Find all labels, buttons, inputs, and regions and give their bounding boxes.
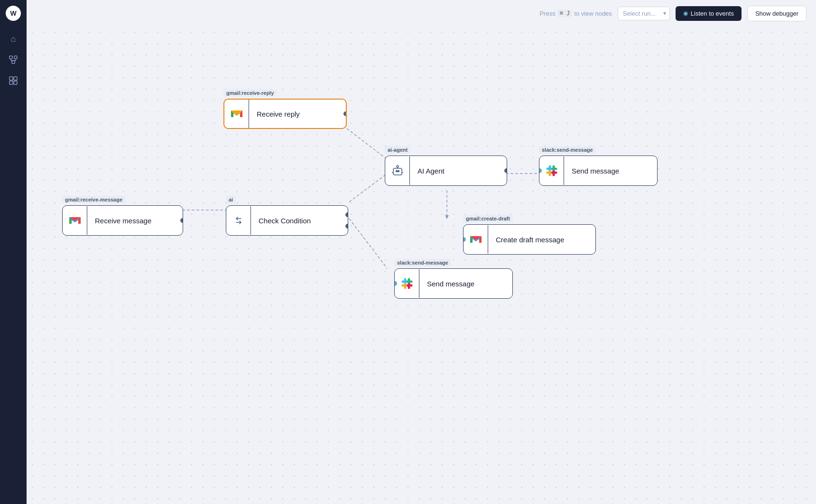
send-message-bottom-group: slack:send-message — [394, 258, 513, 299]
hint-prefix: Press — [539, 10, 555, 17]
create-draft-icon-area — [464, 225, 488, 254]
receive-message-right-connector — [180, 218, 183, 223]
condition-icon — [233, 215, 244, 226]
create-draft-card[interactable]: Create draft message — [463, 224, 596, 255]
check-condition-label: ai — [226, 196, 236, 203]
ai-agent-icon — [391, 165, 404, 177]
svg-rect-6 — [9, 77, 13, 80]
receive-message-card[interactable]: Receive message — [62, 205, 183, 236]
sidebar-item-home[interactable]: ⌂ — [5, 30, 22, 47]
create-draft-group: gmail:create-draft Create draft message — [463, 214, 596, 255]
svg-rect-35 — [551, 168, 556, 170]
fail-connector — [345, 224, 348, 229]
topbar: Press ⌘ J to view nodes Select run... Li… — [27, 0, 816, 27]
gmail-icon-2 — [68, 215, 82, 226]
svg-rect-52 — [407, 281, 411, 283]
check-condition-text: Check Condition — [251, 217, 348, 225]
svg-rect-0 — [9, 56, 12, 59]
send-message-top-label: slack:send-message — [539, 146, 596, 154]
ai-agent-label: ai-agent — [385, 146, 410, 154]
svg-rect-9 — [14, 81, 17, 84]
send-message-bottom-label: slack:send-message — [394, 259, 451, 266]
slack-icon — [546, 165, 558, 177]
send-message-bottom-text: Send message — [419, 280, 512, 288]
svg-line-14 — [347, 128, 387, 159]
svg-line-13 — [349, 219, 387, 268]
svg-rect-23 — [398, 170, 399, 172]
send-message-bottom-icon-area — [395, 269, 419, 298]
svg-rect-1 — [14, 56, 17, 59]
send-message-top-icon-area — [539, 156, 564, 185]
main-content: Press ⌘ J to view nodes Select run... Li… — [27, 0, 816, 504]
receive-message-icon-area — [63, 206, 87, 235]
send-message-top-group: slack:send-message — [539, 145, 658, 186]
svg-point-25 — [397, 165, 399, 167]
hint-suffix: to view nodes — [574, 10, 612, 17]
svg-line-12 — [349, 174, 387, 202]
svg-rect-8 — [9, 81, 13, 84]
sidebar: W ⌂ — [0, 0, 27, 504]
receive-message-group: gmail:receive-message Receive message — [62, 195, 183, 236]
receive-message-text: Receive message — [87, 217, 183, 225]
sidebar-item-workflows[interactable] — [5, 51, 22, 68]
create-draft-text: Create draft message — [488, 236, 595, 244]
receive-reply-icon-area — [224, 100, 249, 128]
create-draft-label: gmail:create-draft — [463, 215, 513, 222]
receive-reply-label: gmail:receive-reply — [223, 89, 277, 97]
listen-events-button[interactable]: Listen to events — [676, 6, 742, 21]
check-condition-group: ai Check Condition Pass Fai — [226, 195, 348, 236]
show-debugger-button[interactable]: Show debugger — [747, 6, 807, 21]
logo: W — [6, 6, 21, 21]
svg-rect-7 — [14, 77, 17, 80]
hint-key: ⌘ J — [557, 9, 573, 17]
slack-icon-2 — [401, 277, 413, 290]
receive-reply-group: gmail:receive-reply Receive reply — [223, 88, 347, 129]
ai-agent-text: AI Agent — [410, 167, 507, 175]
check-condition-icon-area — [226, 206, 251, 235]
pass-connector — [345, 212, 348, 217]
svg-rect-60 — [407, 284, 411, 287]
keyboard-hint: Press ⌘ J to view nodes — [539, 9, 612, 17]
receive-reply-text: Receive reply — [249, 110, 346, 118]
ai-agent-card[interactable]: AI Agent Tools — [385, 156, 507, 186]
send-message-bottom-card[interactable]: Send message — [394, 268, 513, 299]
gmail-icon — [230, 109, 243, 119]
svg-rect-43 — [551, 172, 556, 174]
ai-agent-right-connector — [504, 168, 507, 173]
svg-rect-22 — [396, 170, 398, 172]
select-run[interactable]: Select run... — [618, 7, 670, 20]
svg-marker-18 — [445, 215, 449, 219]
receive-message-label: gmail:receive-message — [62, 196, 125, 203]
send-message-top-text: Send message — [564, 167, 657, 175]
ai-agent-icon-area — [385, 156, 410, 185]
check-condition-card[interactable]: Check Condition Pass Fail — [226, 205, 348, 236]
send-message-top-card[interactable]: Send message — [539, 156, 658, 186]
receive-reply-card[interactable]: Receive reply — [223, 99, 347, 129]
canvas[interactable]: gmail:receive-reply Receive reply — [27, 27, 816, 504]
gmail-icon-3 — [469, 234, 482, 245]
receive-reply-right-connector — [343, 111, 347, 116]
svg-rect-2 — [12, 61, 15, 64]
ai-agent-group: ai-agent — [385, 145, 507, 186]
sidebar-item-templates[interactable] — [5, 72, 22, 89]
select-run-wrap[interactable]: Select run... — [618, 7, 670, 20]
